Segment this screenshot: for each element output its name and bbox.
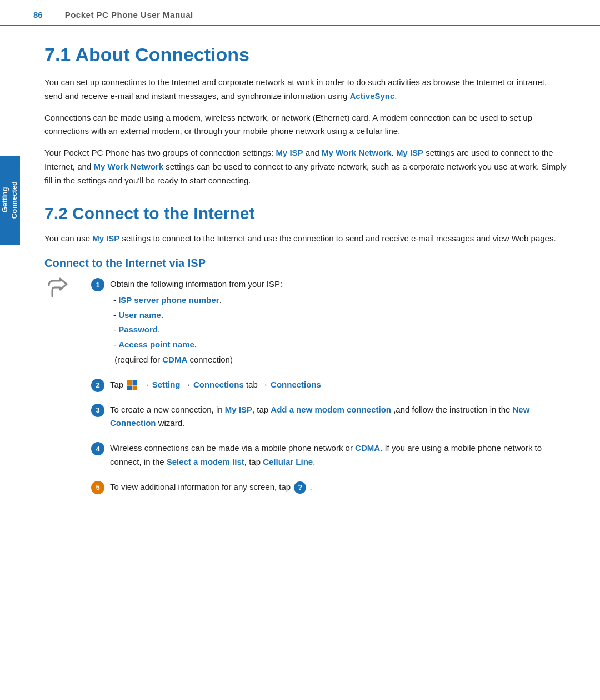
step-5-content: To view additional information for any s…: [110, 480, 567, 494]
intro-start: You can use: [44, 234, 92, 243]
para1-text: You can set up connections to the Intern…: [44, 77, 547, 101]
step-5-start: To view additional information for any s…: [110, 482, 293, 492]
section-7-1-heading: 7.1 About Connections: [44, 44, 567, 66]
steps-area: 1 Obtain the following information from …: [91, 277, 567, 505]
step-2-tap: Tap: [110, 380, 126, 389]
step-4-end: .: [313, 457, 315, 466]
svg-rect-0: [127, 380, 132, 385]
connections-tab-link[interactable]: Connections: [193, 380, 244, 389]
page-wrapper: GettingConnected 86 Pocket PC Phone User…: [0, 0, 600, 700]
steps-icon-area: 1 Obtain the following information from …: [44, 277, 567, 505]
setting-link[interactable]: Setting: [152, 380, 181, 389]
step-3-content: To create a new connection, in My ISP, t…: [110, 403, 567, 431]
step-1-num: 1: [91, 278, 104, 291]
step-4: 4 Wireless connections can be made via a…: [91, 441, 567, 469]
password-link[interactable]: Password: [118, 325, 158, 334]
step-1-note-end: connection): [187, 355, 233, 364]
svg-rect-1: [133, 380, 138, 385]
step-5-end: .: [310, 482, 312, 492]
sub-item-4: Access point name.: [113, 338, 567, 352]
para3-start: Your Pocket PC Phone has two groups of c…: [44, 148, 276, 157]
svg-rect-2: [127, 385, 132, 390]
para1-end: .: [394, 91, 397, 101]
section-7-1-para1: You can set up connections to the Intern…: [44, 76, 567, 103]
step-4-num: 4: [91, 442, 104, 455]
step-1: 1 Obtain the following information from …: [91, 277, 567, 367]
my-work-network-link-1[interactable]: My Work Network: [322, 148, 392, 157]
page-header: 86 Pocket PC Phone User Manual: [0, 0, 600, 26]
my-work-network-link-2[interactable]: My Work Network: [93, 162, 163, 171]
cellular-line-link[interactable]: Cellular Line: [263, 457, 313, 466]
step-3-start: To create a new connection, in: [110, 405, 225, 414]
activesync-link[interactable]: ActiveSync: [349, 91, 394, 101]
step-5: 5 To view additional information for any…: [91, 480, 567, 494]
windows-icon: [127, 380, 138, 391]
select-modem-link[interactable]: Select a modem list: [167, 457, 244, 466]
step-4-start: Wireless connections can be made via a m…: [110, 443, 355, 453]
cdma-link-2[interactable]: CDMA: [355, 443, 380, 453]
sub-item-1: ISP server phone number.: [113, 294, 567, 307]
page-number: 86: [33, 10, 43, 19]
side-tab-text: GettingConnected: [1, 181, 19, 219]
my-isp-link-2[interactable]: My ISP: [396, 148, 423, 157]
section-7-2-heading: 7.2 Connect to the Internet: [44, 204, 567, 223]
sub-item-2: User name.: [113, 309, 567, 322]
sub-heading: Connect to the Internet via ISP: [44, 257, 567, 270]
step-1-text: Obtain the following information from yo…: [110, 279, 282, 289]
step-1-content: Obtain the following information from yo…: [110, 277, 567, 367]
step-2-arrow2: →: [181, 380, 193, 389]
step-2-arrow1: →: [142, 380, 152, 389]
main-content: 7.1 About Connections You can set up con…: [0, 26, 600, 524]
step-3-end: ,and follow the instruction in the: [391, 405, 512, 414]
step-1-note: (required for: [110, 355, 162, 364]
header-title: Pocket PC Phone User Manual: [65, 10, 193, 19]
add-modem-link[interactable]: Add a new modem connection: [271, 405, 391, 414]
connections-link[interactable]: Connections: [271, 380, 321, 389]
intro-end: settings to connect to the Internet and …: [119, 234, 556, 243]
arrow-icon: [44, 275, 69, 300]
help-icon: ?: [294, 481, 306, 494]
step-2-num: 2: [91, 379, 104, 392]
step-4-content: Wireless connections can be made via a m…: [110, 441, 567, 469]
step-2-tab: tab →: [244, 380, 271, 389]
step-3-last: wizard.: [156, 418, 185, 428]
user-name-link[interactable]: User name: [118, 310, 161, 320]
step-2: 2 Tap → Setting → Connecti: [91, 378, 567, 392]
section-7-1-para3: Your Pocket PC Phone has two groups of c…: [44, 146, 567, 187]
para3-and: and: [303, 148, 322, 157]
isp-phone-link[interactable]: ISP server phone number: [118, 295, 219, 305]
section-7-2-intro: You can use My ISP settings to connect t…: [44, 232, 567, 246]
step-5-num: 5: [91, 481, 104, 494]
cdma-link-1[interactable]: CDMA: [162, 355, 187, 364]
step-3-mid: , tap: [252, 405, 271, 414]
my-isp-step3-link[interactable]: My ISP: [225, 405, 252, 414]
step-3: 3 To create a new connection, in My ISP,…: [91, 403, 567, 431]
step-1-sublist: ISP server phone number. User name. Pass…: [113, 294, 567, 352]
svg-rect-3: [133, 385, 138, 390]
para3-period: .: [392, 148, 396, 157]
my-isp-intro-link[interactable]: My ISP: [92, 234, 119, 243]
section-7-1-para2: Connections can be made using a modem, w…: [44, 111, 567, 139]
side-tab: GettingConnected: [0, 156, 20, 245]
access-point-link[interactable]: Access point name.: [118, 340, 197, 349]
sub-item-3: Password.: [113, 323, 567, 337]
step-2-content: Tap → Setting → Connections tab → Connec…: [110, 378, 567, 392]
step-4-mid2: , tap: [244, 457, 263, 466]
my-isp-link-1[interactable]: My ISP: [276, 148, 303, 157]
step-3-num: 3: [91, 404, 104, 417]
